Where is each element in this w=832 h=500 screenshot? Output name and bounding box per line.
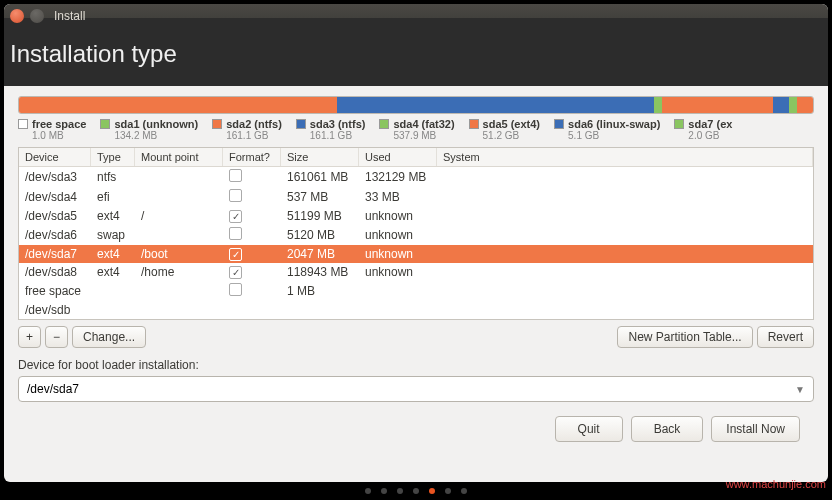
disk-segment [797,97,813,113]
change-partition-button[interactable]: Change... [72,326,146,348]
cell: / [135,207,223,225]
minimize-icon[interactable] [30,9,44,23]
col-mount[interactable]: Mount point [135,148,223,166]
page-dot[interactable] [429,488,435,494]
page-dot[interactable] [461,488,467,494]
cell [437,289,813,293]
cell: /dev/sda5 [19,207,91,225]
table-row[interactable]: free space1 MB [19,281,813,301]
partition-table: Device Type Mount point Format? Size Use… [18,147,814,320]
cell: ext4 [91,245,135,263]
table-header: Device Type Mount point Format? Size Use… [19,148,813,167]
cell [437,308,813,312]
format-checkbox[interactable] [229,266,242,279]
format-checkbox[interactable] [229,210,242,223]
col-size[interactable]: Size [281,148,359,166]
cell [135,308,223,312]
format-checkbox[interactable] [229,248,242,261]
cell-format [223,245,281,263]
format-checkbox[interactable] [229,189,242,202]
cell-format [223,207,281,225]
cell: /dev/sdb [19,301,91,319]
cell: unknown [359,245,437,263]
page-dot[interactable] [413,488,419,494]
table-row[interactable]: /dev/sda3ntfs161061 MB132129 MB [19,167,813,187]
remove-partition-button[interactable]: − [45,326,68,348]
legend-item: sda3 (ntfs)161.1 GB [296,118,366,141]
cell-format [223,187,281,207]
format-checkbox[interactable] [229,169,242,182]
legend-text: sda5 (ext4)51.2 GB [483,118,540,141]
footer-buttons: Quit Back Install Now [18,402,814,452]
page-dot[interactable] [381,488,387,494]
add-partition-button[interactable]: + [18,326,41,348]
chevron-down-icon: ▼ [795,384,805,395]
legend-swatch [100,119,110,129]
legend-swatch [296,119,306,129]
bootloader-combobox[interactable]: /dev/sda7 ▼ [18,376,814,402]
cell [437,175,813,179]
cell: unknown [359,226,437,244]
cell: ext4 [91,263,135,281]
disk-segment [19,97,337,113]
page-dot[interactable] [445,488,451,494]
cell [281,308,359,312]
cell: 51199 MB [281,207,359,225]
legend-text: sda7 (ex2.0 GB [688,118,732,141]
cell-format [223,167,281,187]
legend-text: sda3 (ntfs)161.1 GB [310,118,366,141]
legend-swatch [379,119,389,129]
cell: 33 MB [359,188,437,206]
cell [437,195,813,199]
cell: 537 MB [281,188,359,206]
cell: 118943 MB [281,263,359,281]
legend-item: sda7 (ex2.0 GB [674,118,732,141]
table-row[interactable]: /dev/sdb [19,301,813,319]
legend-item: sda6 (linux-swap)5.1 GB [554,118,660,141]
install-now-button[interactable]: Install Now [711,416,800,442]
legend-item: sda2 (ntfs)161.1 GB [212,118,282,141]
col-system[interactable]: System [437,148,813,166]
legend-swatch [674,119,684,129]
quit-button[interactable]: Quit [555,416,623,442]
new-partition-table-button[interactable]: New Partition Table... [617,326,752,348]
cell: unknown [359,263,437,281]
table-row[interactable]: /dev/sda4efi537 MB33 MB [19,187,813,207]
disk-usage-bar [18,96,814,114]
col-used[interactable]: Used [359,148,437,166]
page-dot[interactable] [397,488,403,494]
table-row[interactable]: /dev/sda6swap5120 MBunknown [19,225,813,245]
table-row[interactable]: /dev/sda5ext4/51199 MBunknown [19,207,813,225]
col-type[interactable]: Type [91,148,135,166]
cell [135,289,223,293]
cell [91,289,135,293]
legend-swatch [554,119,564,129]
disk-segment [337,97,655,113]
legend-item: free space1.0 MB [18,118,86,141]
revert-button[interactable]: Revert [757,326,814,348]
cell: /dev/sda3 [19,168,91,186]
cell: 161061 MB [281,168,359,186]
close-icon[interactable] [10,9,24,23]
format-checkbox[interactable] [229,227,242,240]
legend-swatch [18,119,28,129]
header-area: Installation type [4,18,828,86]
cell: 1 MB [281,282,359,300]
cell [437,270,813,274]
col-format[interactable]: Format? [223,148,281,166]
partition-legend: free space1.0 MBsda1 (unknown)134.2 MBsd… [18,118,814,141]
back-button[interactable]: Back [631,416,704,442]
col-device[interactable]: Device [19,148,91,166]
page-title: Installation type [10,40,822,68]
main-panel: free space1.0 MBsda1 (unknown)134.2 MBsd… [4,86,828,464]
legend-item: sda5 (ext4)51.2 GB [469,118,540,141]
page-dot[interactable] [365,488,371,494]
legend-text: sda4 (fat32)537.9 MB [393,118,454,141]
cell: ntfs [91,168,135,186]
cell: 5120 MB [281,226,359,244]
cell: ext4 [91,207,135,225]
table-row[interactable]: /dev/sda7ext4/boot2047 MBunknown [19,245,813,263]
format-checkbox[interactable] [229,283,242,296]
cell-format [223,225,281,245]
table-row[interactable]: /dev/sda8ext4/home118943 MBunknown [19,263,813,281]
